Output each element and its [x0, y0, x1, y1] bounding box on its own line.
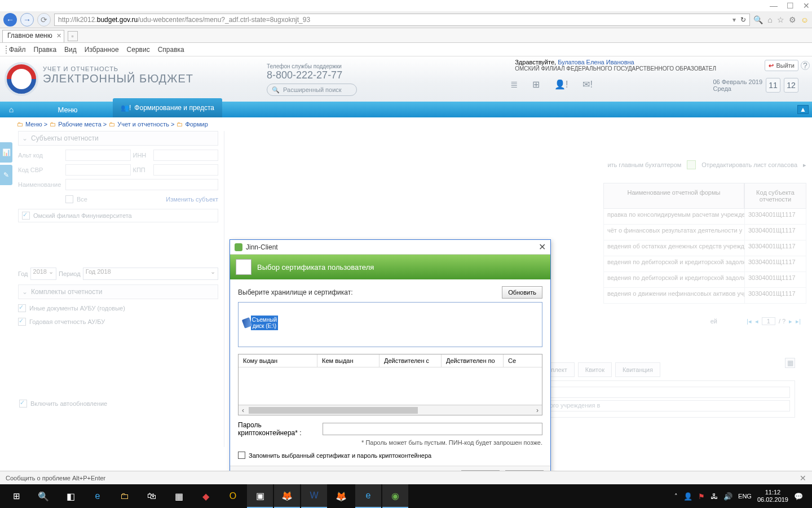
cert-grid: Кому выдан Кем выдан Действителен с Дейс…: [238, 354, 542, 415]
password-input[interactable]: [323, 423, 542, 435]
stop-reload-icon[interactable]: ↻: [740, 16, 746, 24]
tray-clock[interactable]: 11:12 06.02.2019: [757, 489, 788, 503]
crypto-icon[interactable]: ◆: [193, 484, 219, 508]
menu-file[interactable]: Файл: [6, 46, 26, 54]
menu-label[interactable]: Меню: [23, 102, 113, 117]
total-commander-icon[interactable]: ▣: [247, 484, 273, 508]
horiz-scrollbar[interactable]: ‹ ›: [239, 405, 542, 415]
tray-notifications-icon[interactable]: 💬: [794, 492, 803, 501]
search-taskbar-icon[interactable]: 🔍: [30, 484, 56, 508]
storage-list: Съемный диск (E:\): [238, 302, 542, 347]
date-text: 06 Февраль 2019: [713, 78, 762, 85]
user-org: ОМСКИЙ ФИЛИАЛ ФЕДЕРАЛЬНОГО ГОСУДАРСТВЕНН…: [515, 65, 716, 72]
refresh-button[interactable]: Обновить: [502, 286, 542, 299]
collapse-arrow-icon[interactable]: ▲: [797, 105, 809, 114]
jinn-taskbar-icon[interactable]: ◉: [382, 484, 408, 508]
home-icon[interactable]: ⌂: [0, 105, 23, 114]
cert-grid-body[interactable]: [239, 367, 542, 405]
date-dow: Среда: [713, 85, 762, 92]
tray-up-icon[interactable]: ˄: [674, 493, 678, 500]
mail-icon[interactable]: ✉!: [582, 79, 592, 90]
iexplore-icon[interactable]: e: [355, 484, 381, 508]
support-block: Телефон службы поддержки 8-800-222-27-77…: [267, 63, 357, 102]
removable-drive-item[interactable]: Съемный диск (E:\): [243, 307, 278, 339]
date-num1: 11: [766, 78, 780, 93]
explorer-icon[interactable]: 🗀: [112, 484, 138, 508]
col-valid-to: Действителен по: [442, 354, 504, 367]
status-text: Сообщить о проблеме Alt+P+Enter: [6, 475, 105, 481]
help-icon[interactable]: ?: [801, 61, 810, 70]
dialog-header: Выбор сертификата пользователя: [230, 255, 550, 279]
firefox2-icon[interactable]: 🦊: [328, 484, 354, 508]
forward-button[interactable]: →: [20, 13, 34, 27]
dialog-titlebar[interactable]: Jinn-Client ✕: [230, 240, 550, 255]
tray-volume-icon[interactable]: 🔊: [723, 492, 732, 501]
password-label: Пароль криптоконтейнера* :: [238, 421, 323, 437]
breadcrumb: 🗀Меню > 🗀Рабочие места > 🗀Учет и отчетно…: [0, 117, 812, 131]
gear-icon[interactable]: ⚙: [789, 15, 796, 24]
dialog-close-icon[interactable]: ✕: [539, 242, 546, 252]
favorites-icon[interactable]: ☆: [777, 15, 784, 24]
status-close-icon[interactable]: ✕: [800, 474, 806, 483]
close-icon[interactable]: ✕: [803, 1, 810, 10]
exit-button[interactable]: Выйти: [765, 60, 798, 71]
col-se: Се: [504, 354, 542, 367]
support-label: Телефон службы поддержки: [267, 63, 357, 69]
crumb-item[interactable]: Учет и отчетность >: [117, 121, 174, 128]
crumb-item[interactable]: Меню >: [25, 121, 47, 128]
user-alert-icon[interactable]: 👤!: [554, 79, 568, 90]
crumb-item[interactable]: Формир: [185, 121, 208, 128]
minimize-icon[interactable]: —: [770, 1, 778, 10]
menu-edit[interactable]: Правка: [34, 46, 57, 54]
tray-people-icon[interactable]: 👤: [683, 492, 692, 501]
back-button[interactable]: ←: [3, 13, 17, 27]
word-icon[interactable]: W: [301, 484, 327, 508]
smiley-icon[interactable]: ☺: [801, 15, 809, 24]
search-placeholder: Расширенный поиск: [283, 86, 342, 93]
url-path: /udu-webcenter/faces/menu?_adf.ctrl-stat…: [138, 16, 310, 24]
taskview-icon[interactable]: ◧: [58, 484, 83, 508]
menu-favorites[interactable]: Избранное: [85, 46, 119, 54]
crumb-item[interactable]: Рабочие места >: [58, 121, 107, 128]
remember-label: Запомнить выбранный сертификат и пароль …: [249, 452, 431, 459]
outlook-icon[interactable]: O: [220, 484, 246, 508]
store-icon[interactable]: 🛍: [139, 484, 165, 508]
tray-lang[interactable]: ENG: [738, 493, 752, 500]
taskbar: ⊞ 🔍 ◧ e 🗀 🛍 ▦ ◆ O ▣ 🦊 W 🦊 e ◉ ˄ 👤 ⚑ 🖧 🔊 …: [0, 484, 812, 508]
refresh-button[interactable]: ⟳: [37, 13, 51, 27]
address-bar[interactable]: http://lk2012.budget.gov.ru/udu-webcente…: [54, 14, 750, 26]
menu-help[interactable]: Справка: [158, 46, 184, 54]
scroll-right-icon[interactable]: ›: [533, 406, 542, 414]
col-valid-from: Действителен с: [379, 354, 442, 367]
edge-icon[interactable]: e: [85, 484, 111, 508]
remember-checkbox[interactable]: [238, 452, 245, 459]
start-button[interactable]: ⊞: [3, 484, 29, 508]
tray-network-icon[interactable]: 🖧: [710, 492, 718, 501]
scroll-thumb[interactable]: [249, 407, 418, 414]
browser-tab[interactable]: Главное меню ✕: [2, 30, 64, 42]
scroll-left-icon[interactable]: ‹: [239, 406, 248, 414]
menu-service[interactable]: Сервис: [127, 46, 150, 54]
advanced-search[interactable]: 🔍 Расширенный поиск: [267, 84, 357, 96]
jinn-icon: [235, 243, 242, 251]
home-icon[interactable]: ⌂: [767, 15, 772, 24]
folder-icon: 🗀: [176, 121, 183, 128]
folder-icon: 🗀: [109, 121, 115, 128]
app-logo: [5, 62, 38, 96]
dropdown-icon[interactable]: ▾: [732, 16, 736, 24]
list-icon[interactable]: ≣: [510, 79, 518, 90]
active-ribbon-tab[interactable]: 👥! Формирование и предста: [113, 98, 222, 117]
tray-alert-icon[interactable]: ⚑: [698, 492, 705, 501]
folder-icon: 🗀: [17, 121, 23, 128]
support-phone: 8-800-222-27-77: [267, 69, 357, 81]
firefox-icon[interactable]: 🦊: [274, 484, 300, 508]
grid-icon[interactable]: ⊞: [532, 79, 540, 90]
maximize-icon[interactable]: ☐: [787, 1, 794, 10]
unknown-icon[interactable]: ▦: [166, 484, 192, 508]
tab-close-icon[interactable]: ✕: [56, 32, 61, 40]
brand-top: УЧЕТ И ОТЧЕТНОСТЬ: [43, 65, 193, 72]
new-tab-button[interactable]: ▫: [68, 31, 78, 41]
search-icon[interactable]: 🔍: [753, 15, 763, 24]
menu-view[interactable]: Вид: [64, 46, 77, 54]
browser-navbar: ← → ⟳ http://lk2012.budget.gov.ru/udu-we…: [0, 11, 812, 28]
